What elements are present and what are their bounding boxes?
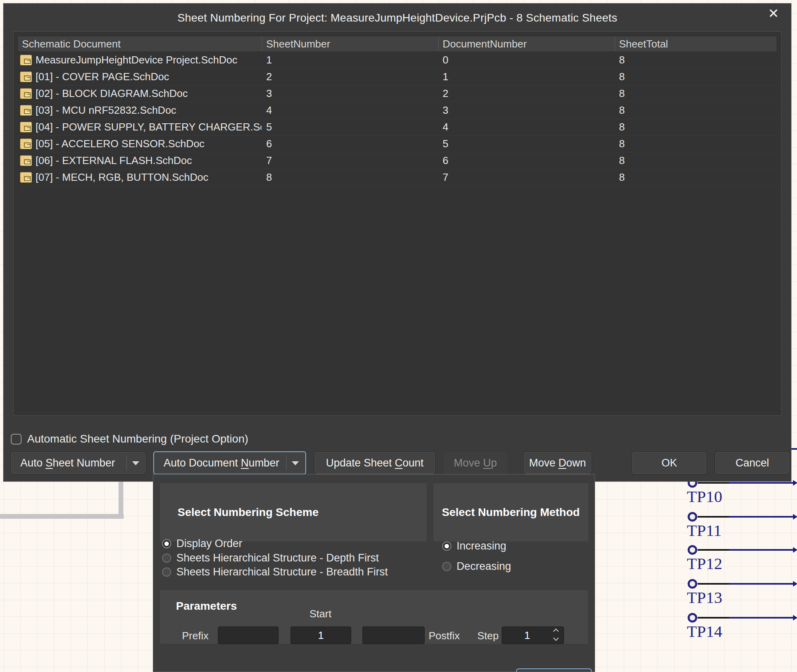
dialog-title: Sheet Numbering For Project: MeasureJump… [4, 12, 791, 24]
cancel-button[interactable]: Cancel [715, 451, 790, 474]
testpoint-net-wire [729, 482, 793, 484]
radio-label: Increasing [457, 540, 506, 552]
sheet-number-cell: 4 [261, 104, 438, 117]
sheet-total-cell: 8 [614, 104, 777, 117]
split-divider [286, 456, 287, 470]
table-row[interactable]: [07] - MECH, RGB, BUTTON.SchDoc 8 7 8 [18, 169, 777, 186]
document-name: [07] - MECH, RGB, BUTTON.SchDoc [36, 171, 208, 184]
radio-label: Sheets Hierarchical Structure - Depth Fi… [176, 552, 379, 564]
auto-numbering-label: Automatic Sheet Numbering (Project Optio… [27, 433, 248, 445]
testpoint-label: TP14 [687, 622, 722, 641]
parameters-group: Parameters Start Prefix Postfix Step [160, 590, 588, 644]
column-header-sheet-number[interactable]: SheetNumber [262, 36, 438, 51]
testpoint-net-wire [729, 583, 793, 585]
sheet-total-cell: 8 [614, 154, 777, 167]
column-header-document-number[interactable]: DocumentNumber [438, 36, 615, 51]
table-row[interactable]: [05] - ACCELERO SENSOR.SchDoc 6 5 8 [18, 136, 777, 152]
table-row[interactable]: MeasureJumpHeightDevice Project.SchDoc 1… [18, 52, 777, 69]
document-number-cell: 0 [438, 54, 614, 66]
document-name: [01] - COVER PAGE.SchDoc [36, 71, 169, 83]
start-input[interactable] [291, 627, 351, 644]
testpoint-label: TP11 [687, 521, 722, 540]
radio-breadth-first[interactable]: Sheets Hierarchical Structure - Breadth … [162, 566, 388, 578]
testpoint-pin-wire [698, 617, 729, 619]
sheet-total-cell: 8 [614, 171, 777, 184]
radio-label: Display Order [176, 538, 242, 550]
postfix-label: Postfix [429, 630, 460, 642]
sheet-number-cell: 3 [261, 87, 438, 100]
document-number-cell: 6 [438, 154, 614, 167]
update-sheet-count-button[interactable]: Update Sheet Count [314, 451, 435, 474]
schematic-doc-icon [20, 172, 32, 183]
column-header-sheet-total[interactable]: SheetTotal [615, 36, 777, 51]
testpoint-pin-wire [698, 583, 729, 585]
auto-numbering-checkbox[interactable] [11, 434, 22, 445]
auto-document-number-dropdown: Select Numbering Scheme Select Numbering… [153, 474, 595, 672]
radio-icon[interactable] [162, 553, 171, 563]
testpoint-net-wire [729, 617, 793, 619]
sheet-table-body: MeasureJumpHeightDevice Project.SchDoc 1… [18, 52, 777, 411]
prefix-label: Prefix [182, 630, 208, 642]
document-number-cell: 7 [438, 171, 614, 184]
move-down-label: Move Down [529, 457, 586, 469]
auto-sheet-number-button[interactable]: Auto Sheet Number [10, 451, 146, 474]
document-name: [06] - EXTERNAL FLASH.SchDoc [36, 154, 192, 167]
document-name: [02] - BLOCK DIAGRAM.SchDoc [36, 87, 188, 100]
bus-wire-horizontal [0, 514, 124, 519]
radio-decreasing[interactable]: Decreasing [442, 560, 511, 573]
radio-icon[interactable] [162, 567, 171, 577]
table-row[interactable]: [04] - POWER SUPPLY, BATTERY CHARGER.Sch… [18, 119, 777, 136]
radio-depth-first[interactable]: Sheets Hierarchical Structure - Depth Fi… [162, 552, 379, 564]
testpoint-pad-icon [688, 613, 697, 623]
document-name: [05] - ACCELERO SENSOR.SchDoc [36, 138, 204, 150]
step-down-button[interactable] [551, 636, 561, 642]
radio-label: Sheets Hierarchical Structure - Breadth … [176, 566, 388, 578]
auto-document-number-button[interactable]: Auto Document Number [153, 451, 306, 474]
radio-display-order[interactable]: Display Order [162, 538, 242, 550]
table-row[interactable]: [06] - EXTERNAL FLASH.SchDoc 7 6 8 [18, 152, 777, 169]
panel-ok-button[interactable] [516, 668, 592, 672]
radio-increasing[interactable]: Increasing [442, 540, 506, 552]
prefix-input[interactable] [218, 627, 279, 644]
step-up-button[interactable] [551, 627, 561, 633]
testpoint-label: TP13 [687, 588, 722, 607]
sheet-total-cell: 8 [614, 138, 777, 150]
radio-icon[interactable] [162, 539, 171, 548]
column-header-schematic-document[interactable]: Schematic Document [18, 36, 262, 51]
testpoint-net-wire [729, 549, 793, 551]
sheet-total-cell: 8 [614, 71, 777, 83]
chevron-down-icon [553, 635, 559, 641]
sheet-number-cell: 1 [261, 54, 438, 66]
document-name: MeasureJumpHeightDevice Project.SchDoc [36, 54, 237, 66]
update-sheet-count-label: Update Sheet Count [326, 457, 424, 469]
schematic-doc-icon [20, 105, 32, 116]
testpoint-pad-icon [688, 545, 697, 555]
numbering-method-group-title: Select Numbering Method [433, 483, 588, 542]
sheet-number-cell: 8 [261, 171, 438, 184]
document-number-cell: 1 [438, 71, 614, 83]
radio-icon[interactable] [442, 542, 451, 551]
testpoint-pad-icon [688, 579, 697, 589]
chevron-down-icon[interactable] [292, 461, 299, 465]
sheet-total-cell: 8 [614, 121, 777, 133]
testpoint-pin-wire [698, 482, 729, 484]
testpoint-label: TP12 [687, 554, 722, 573]
hidden-testpoint-wire [791, 448, 797, 450]
schematic-doc-icon [20, 122, 32, 132]
sheet-total-cell: 8 [614, 87, 777, 100]
schematic-doc-icon [20, 55, 32, 65]
postfix-input[interactable] [362, 627, 425, 644]
table-row[interactable]: [03] - MCU nRF52832.SchDoc 4 3 8 [18, 102, 777, 119]
radio-icon[interactable] [442, 562, 451, 571]
table-row[interactable]: [01] - COVER PAGE.SchDoc 2 1 8 [18, 69, 777, 85]
start-label: Start [291, 608, 350, 620]
document-name: [03] - MCU nRF52832.SchDoc [36, 104, 176, 117]
move-up-label: Move Up [454, 457, 497, 469]
move-up-button[interactable]: Move Up [443, 451, 508, 474]
chevron-down-icon[interactable] [132, 461, 139, 465]
ok-button[interactable]: OK [632, 451, 707, 474]
table-row[interactable]: [02] - BLOCK DIAGRAM.SchDoc 3 2 8 [18, 85, 777, 102]
schematic-doc-icon [20, 155, 32, 166]
move-down-button[interactable]: Move Down [523, 451, 592, 474]
close-button[interactable]: ✕ [768, 7, 779, 20]
